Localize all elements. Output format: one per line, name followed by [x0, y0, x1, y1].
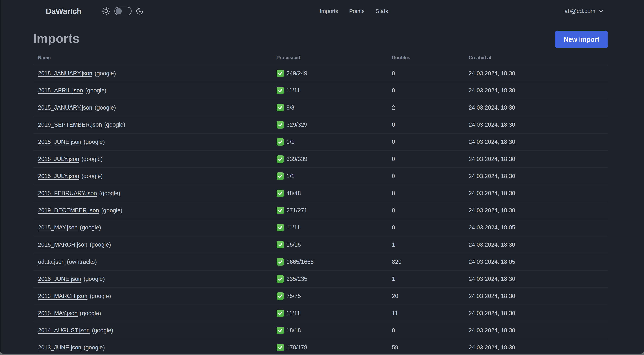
- import-file-link[interactable]: 2019_DECEMBER.json: [38, 207, 99, 214]
- import-source: (google): [104, 121, 126, 128]
- import-file-link[interactable]: 2019_SEPTEMBER.json: [38, 121, 102, 128]
- new-import-button[interactable]: New import: [555, 30, 608, 48]
- import-file-link[interactable]: 2013_JUNE.json: [38, 344, 82, 351]
- cell-name: 2015_JUNE.json(google): [33, 139, 276, 145]
- green-check-icon: [276, 292, 284, 300]
- import-file-link[interactable]: 2015_JANUARY.json: [38, 104, 92, 111]
- cell-created-at: 24.03.2024, 18:30: [469, 156, 608, 162]
- cell-processed: 11/11: [276, 87, 392, 94]
- cell-processed: 18/18: [276, 327, 392, 334]
- green-check-icon: [276, 190, 284, 197]
- table-row: odata.json(owntracks)1665/166582024.03.2…: [33, 254, 608, 271]
- import-file-link[interactable]: 2013_MARCH.json: [38, 293, 88, 300]
- import-file-link[interactable]: 2015_JUNE.json: [38, 139, 82, 145]
- cell-created-at: 24.03.2024, 18:30: [469, 70, 608, 77]
- main-nav: ImportsPointsStats: [144, 8, 564, 14]
- table-row: 2013_MARCH.json(google)75/752024.03.2024…: [33, 288, 608, 305]
- cell-processed: 1665/1665: [276, 258, 392, 266]
- cell-processed: 15/15: [276, 241, 392, 249]
- import-source: (google): [101, 207, 122, 214]
- nav-item-imports[interactable]: Imports: [320, 8, 338, 14]
- cell-processed: 249/249: [276, 70, 392, 77]
- cell-created-at: 24.03.2024, 18:05: [469, 224, 608, 231]
- import-file-link[interactable]: 2015_MARCH.json: [38, 241, 88, 248]
- cell-created-at: 24.03.2024, 18:30: [469, 121, 608, 128]
- table-row: 2014_AUGUST.json(google)18/18024.03.2024…: [33, 322, 608, 339]
- green-check-icon: [276, 344, 284, 351]
- cell-processed: 339/339: [276, 155, 392, 163]
- import-file-link[interactable]: 2018_JULY.json: [38, 156, 79, 162]
- cell-name: 2015_MAY.json(google): [33, 310, 276, 317]
- cell-processed: 8/8: [276, 104, 392, 111]
- import-source: (google): [80, 310, 101, 317]
- import-file-link[interactable]: 2015_APRIL.json: [38, 87, 83, 94]
- nav-item-stats[interactable]: Stats: [376, 8, 388, 14]
- cell-created-at: 24.03.2024, 18:30: [469, 173, 608, 180]
- cell-doubles: 0: [392, 173, 469, 180]
- user-menu[interactable]: ab@cd.com: [564, 8, 604, 14]
- sun-icon: [102, 7, 110, 15]
- cell-created-at: 24.03.2024, 18:30: [469, 276, 608, 282]
- processed-count: 75/75: [286, 293, 301, 300]
- import-file-link[interactable]: 2015_MAY.json: [38, 310, 78, 317]
- import-source: (google): [80, 224, 101, 231]
- cell-processed: 1/1: [276, 138, 392, 146]
- green-check-icon: [276, 87, 284, 94]
- theme-toggle[interactable]: [102, 7, 144, 15]
- import-file-link[interactable]: 2018_JANUARY.json: [38, 70, 92, 77]
- table-row: 2015_JUNE.json(google)1/1024.03.2024, 18…: [33, 134, 608, 151]
- cell-processed: 48/48: [276, 190, 392, 197]
- import-file-link[interactable]: 2014_AUGUST.json: [38, 327, 90, 334]
- table-row: 2015_MAY.json(google)11/111124.03.2024, …: [33, 305, 608, 322]
- nav-item-points[interactable]: Points: [349, 8, 365, 14]
- cell-doubles: 0: [392, 139, 469, 145]
- green-check-icon: [276, 70, 284, 77]
- cell-name: 2014_AUGUST.json(google): [33, 327, 276, 334]
- green-check-icon: [276, 327, 284, 334]
- cell-name: 2013_JUNE.json(google): [33, 344, 276, 351]
- processed-count: 235/235: [286, 276, 307, 282]
- import-file-link[interactable]: 2018_JUNE.json: [38, 276, 82, 282]
- import-source: (google): [90, 241, 111, 248]
- chevron-down-icon: [598, 8, 604, 14]
- user-email: ab@cd.com: [564, 8, 595, 14]
- page-header-row: Imports New import: [33, 30, 608, 48]
- green-check-icon: [276, 138, 284, 146]
- table-row: 2013_JUNE.json(google)178/1785924.03.202…: [33, 339, 608, 354]
- cell-created-at: 24.03.2024, 18:30: [469, 207, 608, 214]
- cell-doubles: 0: [392, 156, 469, 162]
- import-file-link[interactable]: 2015_JULY.json: [38, 173, 79, 180]
- table-row: 2015_MAY.json(google)11/11024.03.2024, 1…: [33, 219, 608, 236]
- cell-processed: 329/329: [276, 121, 392, 128]
- app-logo[interactable]: DaWarIch: [46, 7, 82, 16]
- processed-count: 339/339: [286, 156, 307, 162]
- import-source: (google): [82, 156, 103, 162]
- cell-name: 2015_JULY.json(google): [33, 173, 276, 180]
- green-check-icon: [276, 207, 284, 214]
- import-source: (google): [95, 70, 116, 77]
- cell-name: 2019_DECEMBER.json(google): [33, 207, 276, 214]
- cell-name: 2015_MAY.json(google): [33, 224, 276, 231]
- processed-count: 178/178: [286, 344, 307, 351]
- cell-doubles: 0: [392, 224, 469, 231]
- cell-doubles: 1: [392, 241, 469, 248]
- import-source: (google): [95, 104, 116, 111]
- cell-doubles: 0: [392, 70, 469, 77]
- import-file-link[interactable]: 2015_MAY.json: [38, 224, 78, 231]
- cell-doubles: 11: [392, 310, 469, 317]
- processed-count: 11/11: [286, 310, 300, 317]
- processed-count: 1/1: [286, 139, 294, 145]
- table-row: 2019_SEPTEMBER.json(google)329/329024.03…: [33, 116, 608, 134]
- import-file-link[interactable]: odata.json: [38, 259, 65, 265]
- cell-doubles: 0: [392, 207, 469, 214]
- imports-page: Imports New import NameProcessedDoublesC…: [0, 22, 644, 354]
- cell-name: 2013_MARCH.json(google): [33, 293, 276, 300]
- theme-switch-track[interactable]: [114, 7, 132, 15]
- cell-name: 2015_APRIL.json(google): [33, 87, 276, 94]
- import-source: (owntracks): [67, 259, 97, 265]
- import-file-link[interactable]: 2015_FEBRUARY.json: [38, 190, 97, 197]
- table-row: 2018_JUNE.json(google)235/235124.03.2024…: [33, 271, 608, 288]
- import-source: (google): [99, 190, 120, 197]
- green-check-icon: [276, 172, 284, 180]
- cell-processed: 11/11: [276, 310, 392, 317]
